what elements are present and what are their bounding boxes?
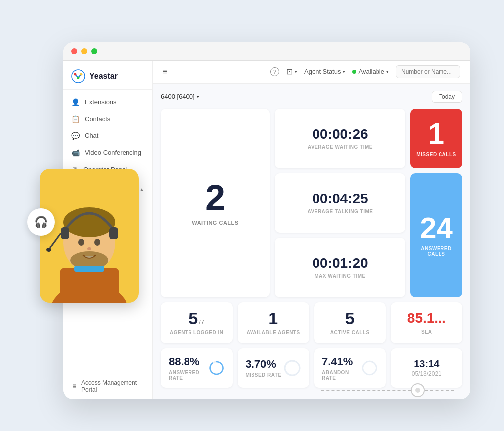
agent-status-chevron: ▾ (343, 69, 345, 74)
video-label: Video Conferencing (85, 149, 141, 156)
logo-text: Yeastar (89, 72, 118, 81)
active-calls-label: ACTIVE CALLS (330, 330, 370, 335)
available-chevron: ▾ (386, 69, 389, 74)
missed-calls-card: 1 MISSED CALLS (410, 109, 462, 168)
screen-icon: ⊡ (286, 67, 293, 76)
rates-grid: 88.8% ANSWERED RATE 3.70% MISSE (161, 348, 462, 388)
avg-talking-label: AVERAGE TALKING TIME (308, 209, 373, 214)
answered-label: ANSWERED CALLS (416, 246, 456, 257)
sla-card: 85.1... SLA (391, 302, 463, 343)
sidebar-item-chat[interactable]: 💬 Chat (63, 127, 152, 144)
avg-waiting-card: 00:00:26 AVERAGE WAITING TIME (275, 109, 405, 168)
logo-area: Yeastar (63, 61, 152, 90)
stats-main-grid: 2 WAITING CALLS 00:00:26 AVERAGE WAITING… (161, 109, 462, 297)
svg-point-5 (87, 247, 91, 250)
headset-icon: 🎧 (34, 216, 48, 229)
missed-rate-circle (283, 359, 301, 377)
svg-point-9 (46, 248, 51, 252)
main-content: ≡ ? ⊡ ▾ Agent Status ▾ (153, 61, 470, 399)
window-minimize-dot[interactable] (81, 48, 87, 54)
waiting-number: 2 (205, 180, 225, 216)
timestamp-date: 05/13/2021 (412, 370, 441, 377)
window-close-dot[interactable] (71, 48, 77, 54)
help-icon: ? (270, 67, 279, 76)
avg-talking-card: 00:04:25 AVERAGE TALKING TIME (275, 173, 405, 233)
available-dot (352, 70, 356, 74)
menu-icon[interactable]: ≡ (163, 67, 167, 76)
sidebar-item-extensions[interactable]: 👤 Extensions (63, 94, 152, 111)
missed-rate-info: 3.70% MISSED RATE (246, 358, 282, 378)
svg-rect-11 (74, 266, 104, 272)
chat-label: Chat (85, 132, 98, 139)
agents-logged-card: 5 /7 AGENTS LOGGED IN (161, 302, 233, 343)
svg-point-3 (78, 239, 84, 246)
available-agents-label: AVAILABLE AGENTS (247, 330, 300, 335)
dash-line-2 (425, 390, 454, 391)
active-calls-card: 5 ACTIVE CALLS (314, 302, 386, 343)
svg-point-14 (80, 73, 83, 75)
missed-number: 1 (428, 119, 444, 149)
abandon-rate-circle (361, 359, 378, 377)
sidebar-item-video-conferencing[interactable]: 📹 Video Conferencing (63, 144, 152, 161)
queue-selector[interactable]: 6400 [6400] ▾ (161, 93, 199, 100)
avg-waiting-label: AVERAGE WAITING TIME (308, 144, 373, 150)
agent-status-label: Agent Status (304, 68, 341, 75)
avg-waiting-value: 00:00:26 (312, 126, 368, 142)
help-button[interactable]: ? (270, 67, 279, 76)
abandon-rate-card: 7.41% ABANDON RATE (314, 348, 386, 388)
queue-selector-label: 6400 [6400] (161, 93, 195, 100)
expand-icon: ▲ (139, 187, 144, 192)
max-waiting-card: 00:01:20 MAX WAITING TIME (275, 238, 405, 297)
abandon-rate-value: 7.41% (322, 355, 361, 368)
answered-rate-card: 88.8% ANSWERED RATE (161, 348, 233, 388)
chat-icon: 💬 (71, 132, 80, 140)
svg-rect-8 (109, 227, 118, 239)
answered-rate-circle (209, 359, 224, 377)
available-agents-value: 1 (268, 310, 278, 327)
search-input[interactable] (396, 65, 460, 78)
svg-point-12 (72, 70, 85, 83)
timestamp-card: 13:14 05/13/2021 (391, 348, 463, 388)
agent-status-button[interactable]: Agent Status ▾ (304, 68, 345, 75)
avatar (40, 169, 139, 303)
extensions-label: Extensions (85, 98, 117, 106)
scroll-dot (411, 383, 425, 397)
available-label: Available (358, 68, 384, 75)
scroll-inner (415, 388, 420, 393)
screen-chevron: ▾ (295, 69, 297, 74)
video-icon: 📹 (71, 149, 80, 157)
title-bar (63, 42, 470, 61)
svg-point-15 (77, 76, 80, 79)
answered-rate-value: 88.8% (169, 355, 209, 368)
svg-rect-7 (61, 227, 69, 239)
svg-point-20 (363, 361, 377, 375)
queue-chevron: ▾ (197, 94, 199, 99)
avg-talking-value: 00:04:25 (312, 191, 368, 207)
access-management-portal[interactable]: 🖥 Access Management Portal (63, 373, 152, 399)
screen-button[interactable]: ⊡ ▾ (286, 67, 297, 76)
abandon-rate-info: 7.41% ABANDON RATE (322, 355, 361, 381)
agents-logged-value: 5 (189, 310, 198, 327)
active-calls-value: 5 (345, 310, 355, 327)
contacts-label: Contacts (85, 115, 110, 123)
decoration-dashes (321, 383, 454, 397)
topbar-right: ? ⊡ ▾ Agent Status ▾ Available (270, 65, 460, 78)
today-badge[interactable]: Today (432, 91, 462, 103)
agents-logged-label: AGENTS LOGGED IN (170, 330, 224, 335)
waiting-label: WAITING CALLS (192, 220, 238, 226)
page-container: 🎧 Yeastar (0, 0, 504, 431)
sidebar-item-contacts[interactable]: 📋 Contacts (63, 111, 152, 127)
answered-rate-label: ANSWERED RATE (169, 370, 209, 381)
dashboard-area: 6400 [6400] ▾ Today 2 WAITING CALLS (153, 84, 470, 399)
missed-rate-value: 3.70% (246, 358, 282, 370)
today-label: Today (439, 93, 455, 100)
top-bar: ≡ ? ⊡ ▾ Agent Status ▾ (153, 61, 470, 84)
window-maximize-dot[interactable] (91, 48, 97, 54)
sla-value: 85.1... (407, 310, 446, 326)
available-status-button[interactable]: Available ▾ (352, 68, 389, 75)
svg-point-18 (285, 361, 300, 375)
topbar-left: ≡ (163, 67, 167, 76)
abandon-rate-label: ABANDON RATE (322, 370, 361, 381)
answered-calls-card: 24 ANSWERED CALLS (410, 173, 462, 297)
svg-rect-10 (60, 268, 119, 303)
